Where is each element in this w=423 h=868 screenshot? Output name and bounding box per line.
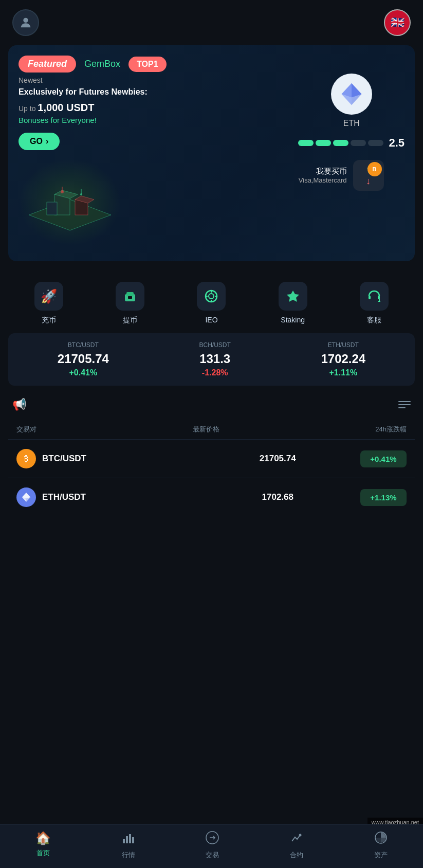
menu-item-support[interactable]: 客服 xyxy=(360,282,389,325)
svg-marker-25 xyxy=(287,291,299,302)
table-header: 交易对 最新价格 24h涨跌幅 xyxy=(8,420,415,439)
buy-crypto-section[interactable]: 我要买币 Visa,Mastercard ↑ ↓ B xyxy=(299,160,384,191)
btc-pair-name: BTC/USDT xyxy=(42,454,195,464)
nav-markets[interactable]: 行情 xyxy=(122,831,135,860)
crypto-trade-widget[interactable]: ↑ ↓ B xyxy=(353,160,384,191)
svg-rect-36 xyxy=(132,837,134,843)
progress-area: 2.5 xyxy=(298,136,404,150)
ticker-btc-price: 21705.74 xyxy=(58,352,109,366)
col-pair: 交易对 xyxy=(16,425,36,434)
home-icon: 🏠 xyxy=(35,831,51,845)
pbar-5 xyxy=(368,140,383,146)
ticker-eth-pair: ETH/USDT xyxy=(321,341,365,349)
assets-icon xyxy=(374,831,388,847)
support-label: 客服 xyxy=(367,316,381,325)
banner-left-content: Newest Exclusively for Futures Newbies: … xyxy=(19,76,148,150)
eth-change-badge: +1.13% xyxy=(360,489,407,506)
avatar[interactable] xyxy=(12,9,39,36)
btc-row-price: 21705.74 xyxy=(201,454,355,464)
ticker-bch[interactable]: BCH/USDT 131.3 -1.28% xyxy=(199,341,231,377)
ticker-bch-price: 131.3 xyxy=(199,352,231,366)
svg-rect-33 xyxy=(123,839,125,843)
announcement-bar: 📢 xyxy=(0,390,423,420)
ticker-btc-change: +0.41% xyxy=(58,368,109,377)
btc-badge: B xyxy=(367,162,382,176)
pbar-1 xyxy=(298,140,314,146)
menu-line-2 xyxy=(398,404,411,405)
ticker-bch-change: -1.28% xyxy=(199,368,231,377)
nav-trade-label: 交易 xyxy=(206,851,219,860)
eth-pair-name: ETH/USDT xyxy=(42,492,195,502)
withdraw-icon xyxy=(116,282,144,311)
table-row-btc[interactable]: ₿ BTC/USDT 21705.74 +0.41% xyxy=(8,439,415,478)
ieo-label: IEO xyxy=(205,316,217,324)
nav-home[interactable]: 🏠 首页 xyxy=(35,831,51,860)
pbar-3 xyxy=(333,140,348,146)
nav-futures[interactable]: 合约 xyxy=(290,831,303,860)
nav-trade[interactable]: 交易 xyxy=(206,831,219,860)
eth-logo-circle xyxy=(331,74,372,115)
table-row-eth[interactable]: ETH/USDT 1702.68 +1.13% xyxy=(8,478,415,516)
ticker-section: BTC/USDT 21705.74 +0.41% BCH/USDT 131.3 … xyxy=(8,333,415,386)
menu-item-staking[interactable]: Staking xyxy=(279,282,307,325)
tab-gembox[interactable]: GemBox xyxy=(84,59,120,69)
banner-right-content: ETH 2.5 我要买币 Visa,Mastercard ↑ ↓ xyxy=(298,74,404,191)
banner-section: Featured GemBox TOP1 Newest Exclusively … xyxy=(8,45,415,261)
nav-futures-label: 合约 xyxy=(290,851,303,860)
banner-upto-label: Up to 1,000 USDT xyxy=(19,102,148,114)
btc-change-badge: +0.41% xyxy=(360,450,407,467)
col-price: 最新价格 xyxy=(193,425,219,434)
ticker-btc-pair: BTC/USDT xyxy=(58,341,109,349)
tab-featured[interactable]: Featured xyxy=(19,56,76,73)
svg-rect-17 xyxy=(126,292,134,296)
speaker-icon: 📢 xyxy=(12,398,26,411)
nav-assets-label: 资产 xyxy=(374,851,388,860)
futures-icon xyxy=(290,831,303,847)
menu-item-withdraw[interactable]: 提币 xyxy=(116,282,144,325)
eth-row-price: 1702.68 xyxy=(201,492,355,502)
staking-label: Staking xyxy=(281,316,305,324)
menu-line-3 xyxy=(398,407,406,408)
svg-rect-26 xyxy=(369,296,371,299)
nav-markets-label: 行情 xyxy=(122,851,135,860)
svg-rect-11 xyxy=(47,202,57,215)
language-flag[interactable]: 🇬🇧 xyxy=(384,9,411,36)
ticker-eth-change: +1.11% xyxy=(321,368,365,377)
header: 🇬🇧 xyxy=(0,0,423,45)
ieo-icon xyxy=(197,282,226,311)
trade-icon xyxy=(206,831,219,847)
col-change: 24h涨跌幅 xyxy=(375,425,407,434)
quick-menu: 🚀 充币 提币 IEO xyxy=(0,269,423,333)
progress-value: 2.5 xyxy=(389,136,404,150)
staking-icon xyxy=(279,282,307,311)
banner-title: Exclusively for Futures Newbies: xyxy=(19,86,148,98)
go-button[interactable]: GO › xyxy=(19,133,60,150)
svg-rect-27 xyxy=(378,296,380,299)
eth-label: ETH xyxy=(343,119,360,128)
buy-crypto-title: 我要买币 xyxy=(299,167,347,176)
btc-coin-icon: ₿ xyxy=(16,449,36,468)
banner-illustration xyxy=(19,158,121,246)
eth-coin-icon xyxy=(16,487,36,507)
menu-item-ieo[interactable]: IEO xyxy=(197,282,226,325)
deposit-label: 充币 xyxy=(42,316,56,325)
svg-point-38 xyxy=(299,834,302,837)
nav-home-label: 首页 xyxy=(36,848,50,858)
ticker-eth[interactable]: ETH/USDT 1702.24 +1.11% xyxy=(321,341,365,377)
tab-top1[interactable]: TOP1 xyxy=(128,57,167,72)
filter-icon[interactable] xyxy=(398,401,411,408)
banner-tabs: Featured GemBox TOP1 xyxy=(19,56,404,73)
deposit-icon: 🚀 xyxy=(34,282,63,311)
nav-assets[interactable]: 资产 xyxy=(374,831,388,860)
banner-bonus-label: Bonuses for Everyone! xyxy=(19,116,148,124)
pbar-4 xyxy=(351,140,366,146)
svg-rect-34 xyxy=(126,836,128,843)
ticker-btc[interactable]: BTC/USDT 21705.74 +0.41% xyxy=(58,341,109,377)
menu-item-deposit[interactable]: 🚀 充币 xyxy=(34,282,63,325)
bottom-navigation: 🏠 首页 行情 交易 合约 xyxy=(0,824,423,868)
pbar-2 xyxy=(316,140,331,146)
banner-newest-label: Newest xyxy=(19,76,148,84)
buy-crypto-sub: Visa,Mastercard xyxy=(299,176,347,184)
svg-rect-35 xyxy=(129,834,131,843)
withdraw-label: 提币 xyxy=(123,316,137,325)
